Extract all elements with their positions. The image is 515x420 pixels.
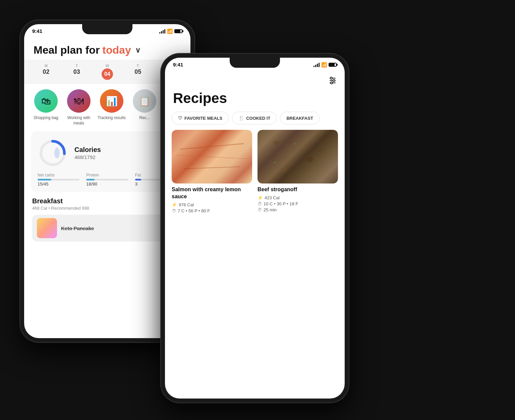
svg-point-2 (54, 148, 60, 158)
protein-value: 18/90 (86, 181, 128, 187)
status-icons-1: 📶 (159, 29, 182, 34)
notch-2 (230, 58, 280, 68)
beef-cal-row: ⚡ 423 Cal (258, 195, 338, 200)
recipe-grid: Salmon with creamy lemon sauce ⚡ 976 Cal… (165, 130, 345, 213)
beef-time: 25 min (264, 207, 277, 212)
clock-icon-1: ⏱ (172, 208, 176, 213)
week-day-mon[interactable]: M 02 (31, 62, 61, 82)
calories-donut (38, 138, 68, 168)
salmon-name: Salmon with creamy lemon sauce (172, 186, 252, 200)
svg-point-8 (331, 82, 333, 84)
qa-rec[interactable]: 📋 Rec... (129, 89, 160, 126)
protein-bar (86, 179, 128, 180)
app2-header (165, 72, 345, 88)
beef-image (258, 130, 338, 183)
salmon-macros: 7 C • 56 P • 80 F (178, 208, 210, 213)
app2-title: Recipes (165, 88, 345, 112)
clock-icon-3: ⏱ (258, 207, 262, 212)
svg-point-6 (330, 77, 332, 79)
pill-breakfast-label: BREAKFAST (286, 116, 313, 121)
recipe-card-beef[interactable]: Beef stroganoff ⚡ 423 Cal ⏱ 10 C • 30 P … (258, 130, 338, 213)
heart-icon: ♡ (178, 115, 182, 121)
calories-top: Calories 468/1792 (38, 138, 177, 168)
phone-2: 9:41 📶 (161, 54, 349, 403)
salmon-cal-row: ⚡ 976 Cal (172, 202, 252, 207)
title-today: today (102, 44, 131, 56)
pancake-image (37, 218, 57, 238)
breakfast-separator: • (48, 206, 51, 211)
filter-button[interactable] (327, 75, 338, 88)
calories-info: Calories 468/1792 (74, 146, 101, 160)
clock-icon-2: ⏱ (258, 201, 262, 206)
pill-cooked-label: COOKED IT (246, 116, 270, 121)
food-thumbnail (37, 218, 57, 238)
shopping-bag-icon: 🛍 (34, 89, 58, 113)
chevron-icon[interactable]: ∨ (135, 46, 140, 55)
pill-favorite-meals[interactable]: ♡ FAVORITE MEALS (172, 112, 229, 124)
pill-cooked-it[interactable]: 🍴 COOKED IT (232, 112, 277, 124)
calories-label: Calories (74, 146, 101, 154)
bolt-icon-1: ⚡ (172, 202, 177, 207)
salmon-cal: 976 Cal (179, 202, 194, 207)
time-1: 9:41 (32, 28, 42, 34)
signal-icon-2 (313, 62, 320, 67)
breakfast-recommended: Recommended 698 (51, 206, 89, 211)
protein-label: Protein (86, 173, 128, 177)
qa-label-tracking: Tracking results (98, 115, 126, 121)
signal-icon (159, 29, 165, 34)
calories-value: 468/1792 (74, 154, 101, 160)
breakfast-label: Breakfast (32, 197, 182, 205)
rec-icon: 📋 (133, 89, 156, 113)
beef-macros-row: ⏱ 10 C • 30 P • 18 F (258, 201, 338, 206)
phone-2-screen: 9:41 📶 (165, 58, 345, 399)
pill-breakfast[interactable]: BREAKFAST (280, 112, 319, 124)
macro-bars: Net carbs 15/45 Protein 18/90 (38, 173, 177, 187)
beef-meta: ⚡ 423 Cal ⏱ 10 C • 30 P • 18 F ⏱ 25 min (258, 195, 338, 212)
pill-favorite-label: FAVORITE MEALS (184, 116, 222, 121)
qa-working-meals[interactable]: 🍽 Working with meals (64, 89, 94, 126)
netcarbs-value: 15/45 (38, 181, 79, 187)
breakfast-cal: 468 Cal (32, 206, 47, 211)
netcarbs-label: Net carbs (38, 173, 79, 177)
recipe-card-salmon[interactable]: Salmon with creamy lemon sauce ⚡ 976 Cal… (172, 130, 252, 213)
salmon-meta: ⚡ 976 Cal ⏱ 7 C • 56 P • 80 F (172, 202, 252, 213)
salmon-macros-row: ⏱ 7 C • 56 P • 80 F (172, 208, 252, 213)
week-day-wed[interactable]: W 04 (92, 62, 122, 82)
status-icons-2: 📶 (313, 62, 337, 67)
week-day-thu[interactable]: T 05 (123, 62, 153, 82)
qa-label-rec: Rec... (139, 115, 150, 121)
bolt-icon-2: ⚡ (258, 195, 263, 200)
food-name: Keto Pancake (61, 225, 94, 231)
battery-icon (174, 29, 182, 33)
wifi-icon-2: 📶 (321, 62, 327, 67)
macro-protein: Protein 18/90 (86, 173, 128, 187)
title-prefix: Meal plan for (34, 44, 100, 56)
svg-point-7 (333, 80, 335, 82)
breakfast-meta: 468 Cal • Recommended 698 (32, 206, 182, 211)
qa-shopping-bag[interactable]: 🛍 Shopping bag (31, 89, 61, 126)
macro-netcarbs: Net carbs 15/45 (38, 173, 79, 187)
beef-macros: 10 C • 30 P • 18 F (264, 201, 298, 206)
meal-item-preview[interactable]: Keto Pancake (32, 215, 182, 242)
netcarbs-bar (38, 179, 79, 180)
qa-tracking[interactable]: 📊 Tracking results (97, 89, 127, 126)
tracking-icon: 📊 (100, 89, 123, 113)
app1-title: Meal plan for today ∨ (24, 39, 190, 60)
beef-time-row: ⏱ 25 min (258, 207, 338, 212)
time-2: 9:41 (173, 62, 183, 67)
battery-icon-2 (329, 63, 337, 67)
qa-label-shopping: Shopping bag (34, 115, 58, 121)
app2-content: Recipes ♡ FAVORITE MEALS 🍴 COOKED IT BRE… (165, 69, 345, 399)
week-day-tue[interactable]: T 03 (61, 62, 92, 82)
beef-name: Beef stroganoff (258, 186, 338, 193)
filter-pills: ♡ FAVORITE MEALS 🍴 COOKED IT BREAKFAST (165, 112, 345, 130)
wifi-icon: 📶 (167, 29, 173, 34)
notch-1 (82, 24, 132, 34)
qa-label-meals: Working with meals (64, 115, 94, 126)
fork-icon: 🍴 (238, 115, 244, 121)
beef-cal: 423 Cal (265, 195, 280, 200)
working-meals-icon: 🍽 (67, 89, 91, 113)
salmon-image (172, 130, 252, 183)
